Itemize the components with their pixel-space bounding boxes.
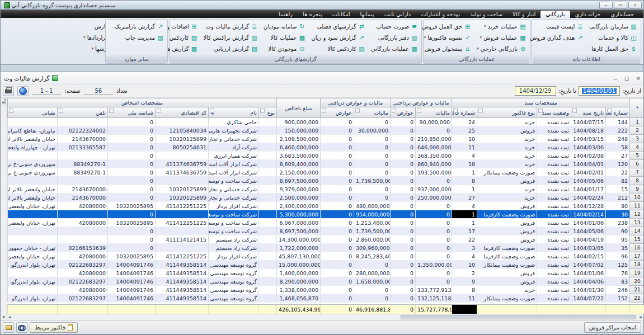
related-invoice-button[interactable]: فاکتور مرتبط [30, 322, 78, 333]
ribbon-item[interactable]: ◫کالا و خدمات [587, 32, 639, 43]
search-button[interactable] [16, 322, 27, 333]
ribbon-item[interactable]: ▦عمليات بازرگاني [369, 43, 420, 54]
minimize-button[interactable]: – [599, 2, 613, 9]
ribbon-item[interactable]: ▦عمليات فروش▾ [475, 32, 528, 43]
ribbon-item[interactable]: ⊞حق العمل فروش▾ [417, 21, 473, 32]
ribbon-item[interactable]: ≡صورت حساب [369, 21, 420, 32]
table-row[interactable]: 132381404/01/06ثبت نشدهفروش1001,213,400,… [8, 219, 644, 227]
ribbon-item[interactable]: ↗هدف گذاري فروش [528, 32, 585, 43]
ribbon-item[interactable]: ≣گزارش ماليات وت [202, 21, 260, 32]
ribbon-item[interactable]: ↗گزارش پارامتريک [113, 21, 166, 32]
print-button[interactable] [3, 86, 14, 96]
column-header[interactable]: نوع فاکتور [477, 107, 537, 118]
menu-tab[interactable]: دارايي ثابت [379, 11, 416, 18]
table-row[interactable]: 16351404/03/05ثبت نشدهصورت وضعيت کارفرما… [8, 244, 644, 252]
table-row-selected[interactable]: 12301404/02/14ثبت نشدهصورت وضعيت کارفرما… [8, 210, 644, 219]
report-minimize-button[interactable]: – [614, 75, 617, 82]
column-group-header[interactable]: ماليات و عوارض دريافتي [321, 98, 391, 107]
table-row[interactable]: 5271404/02/08ثبت نشدهخريد4368,350,000000… [8, 152, 644, 160]
table-row[interactable]: 15951404/04/19ثبت نشدهفروش22002,860,000,… [8, 235, 644, 244]
column-header[interactable]: تاريخ سند [571, 107, 606, 118]
column-group-header[interactable]: ماليات و عوارض پرداختي [391, 98, 452, 107]
column-header[interactable]: ماليات [354, 107, 391, 118]
report-restore-button[interactable]: □ [625, 75, 629, 82]
column-header[interactable]: کد اقتصادي [156, 107, 209, 118]
restore-button[interactable]: ▭ [614, 2, 627, 9]
column-header[interactable]: نوع [259, 107, 277, 118]
hscroll-thumb[interactable] [401, 315, 636, 319]
table-row[interactable]: 7221404/02/01ثبت نشدهصورت وضعيت پيمانکار… [8, 168, 644, 177]
to-date-input[interactable]: 1404/12/29 [515, 86, 556, 96]
column-header[interactable]: نام❖ [209, 107, 259, 118]
ribbon-item[interactable]: ↻سامانه موديان [262, 21, 307, 32]
ribbon-item[interactable]: ⊕بازرگاني خارجي▾ [475, 43, 528, 54]
column-group-header[interactable]: مشخصات سند [452, 98, 630, 107]
scroll-right-icon[interactable]: ▶ [640, 315, 642, 319]
table-row[interactable]: 212461404/01/30ثبت نشدهخريد8133,772,9130… [8, 286, 644, 294]
ribbon-item[interactable]: ⌂پيشخوان فروش [417, 43, 473, 54]
ribbon-item[interactable]: ▥دفتر بازرگاني [369, 32, 420, 43]
pages-range-field[interactable]: 1 - 1 [32, 88, 61, 95]
column-header[interactable]: عوارض [321, 107, 354, 118]
table-row[interactable]: 8821404/05/06ثبت نشدهفروش8001,739,500,00… [8, 177, 644, 185]
menu-tab[interactable]: بودجه و اعتبارات [416, 11, 465, 18]
ribbon-item[interactable]: ✓تسويه فاکتورها▾ [417, 32, 473, 43]
column-header[interactable]: وضعيت سند [537, 107, 571, 118]
table-row[interactable]: 9151404/01/17ثبت نشدهخريد1937,000,000000… [8, 185, 644, 194]
table-row[interactable]: 14901404/05/06ثبت نشدهفروش17001,739,500,… [8, 227, 644, 235]
menu-tab[interactable]: ساخت و توليد [465, 11, 507, 18]
column-header[interactable]: نشاني [8, 107, 58, 118]
table-row[interactable]: 61201404/04/01ثبت نشدهخريد18860,940,0000… [8, 160, 644, 168]
column-header[interactable]: شناسه ملي [108, 107, 156, 118]
table-row[interactable]: 20831404/04/06ثبت نشدهفروش9001,658,000,0… [8, 277, 644, 286]
column-header[interactable]: شماره سند [606, 107, 630, 118]
menu-tab[interactable]: پنجره ها [298, 11, 327, 18]
grid-edit-button[interactable] [3, 322, 14, 333]
menu-tab[interactable]: خزانه داري [570, 11, 606, 18]
report-close-button[interactable]: × [637, 75, 640, 82]
table-row[interactable]: 181251404/07/02ثبت نشدهصورت وضعيت پيمانک… [8, 261, 644, 269]
ribbon-item[interactable]: ↗گزارش سود و زيان [309, 32, 366, 43]
from-date-input[interactable]: 1404/01/01 [579, 86, 620, 96]
table-row[interactable]: 4581404/03/06ثبت نشدهخريد11646,000,00000… [8, 143, 644, 152]
table-row[interactable]: 102121404/02/24ثبت نشدهخريد27250,000,000… [8, 194, 644, 202]
table-row[interactable]: 17961404/02/15ثبت نشدهصورت وضعيت کارفرما… [8, 252, 644, 261]
refresh-button[interactable] [17, 86, 29, 96]
record-count-field[interactable]: 56 [84, 88, 113, 95]
scroll-down-icon[interactable]: ▼ [2, 314, 5, 320]
menu-tab[interactable]: امکانات [327, 11, 355, 18]
table-row[interactable]: 22221404/08/18ثبت نشدهفروش250030,000,000… [8, 126, 644, 135]
ribbon-item[interactable]: ▥گزارش تراکنش کالا [202, 32, 260, 43]
ribbon-item[interactable]: ▤کاردکس کالا [309, 43, 366, 54]
column-header[interactable]: عوارض [391, 107, 416, 118]
ribbon-item[interactable]: $حق العمل کارها [587, 43, 639, 54]
menu-tab[interactable]: بازرگاني [540, 11, 570, 18]
menu-tab[interactable]: پيمانها [355, 11, 379, 18]
ribbon-item[interactable]: ≣ليست قيمت [528, 21, 585, 32]
vertical-scrollbar[interactable]: ▲ ▼ [1, 98, 7, 320]
table-row[interactable]: 32481404/03/15ثبت نشدهخريد10210,850,0000… [8, 135, 644, 143]
ribbon-item[interactable]: ▤مديريت چاپ [113, 32, 166, 43]
table-row[interactable]: 11441404/07/15ثبت نشدهخريد2490,000,00000… [8, 118, 644, 126]
menu-tab[interactable]: راهنما [274, 11, 298, 18]
column-group-header[interactable]: مبلغ ناخالص [277, 98, 321, 118]
select-sales-centers-button[interactable]: انتخاب مراکز فروش [584, 322, 641, 333]
column-header[interactable]: تلفن [58, 107, 108, 118]
close-button[interactable]: × [628, 2, 642, 9]
menu-tab[interactable]: انبار و کالا [507, 11, 540, 18]
ribbon-item[interactable]: ⊙موجودي کالا [262, 43, 307, 54]
table-row[interactable]: 19761404/01/06ثبت نشدهفروش200280,000,000… [8, 269, 644, 277]
ribbon-item[interactable]: ⇄گزارشهاي فصلي [309, 21, 366, 32]
ribbon-item[interactable]: ▤عمليات خريد▾ [475, 21, 528, 32]
ribbon-item[interactable]: ▧گزارش ارزيابي [202, 43, 260, 54]
table-row[interactable]: 221521404/07/22ثبت نشدهصورت وضعيت پيمانک… [8, 294, 644, 303]
menu-tab[interactable]: حسابداري [605, 11, 639, 18]
table-row[interactable]: 11801404/12/28ثبت نشدهفروش400480,000,000… [8, 202, 644, 210]
vscroll-thumb[interactable] [4, 97, 6, 105]
scroll-left-icon[interactable]: ◀ [8, 315, 11, 319]
ribbon-item[interactable]: ▥سازمان بازرگاني [587, 21, 639, 32]
horizontal-scrollbar[interactable]: ▶ ◀ [7, 314, 643, 320]
ribbon-item[interactable]: ▦عمليات کالا [262, 32, 307, 43]
column-header[interactable]: ماليات [416, 107, 452, 118]
column-header[interactable]: شماره فاکتور [452, 107, 477, 118]
